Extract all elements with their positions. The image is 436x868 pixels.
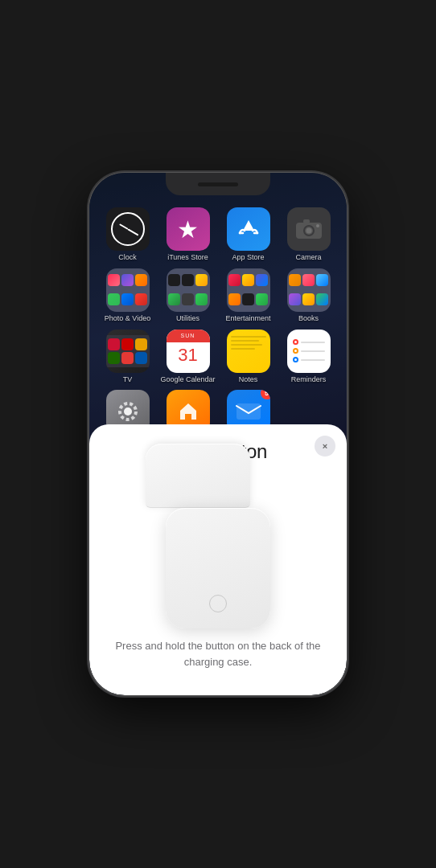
- app-books[interactable]: Books: [280, 268, 337, 323]
- app-entertainment[interactable]: Entertainment: [220, 268, 277, 323]
- app-reminders-label: Reminders: [291, 375, 327, 384]
- modal-card: × Hold Button Press and hold the button …: [89, 424, 347, 695]
- app-grid: Clock ★ iTunes Store: [89, 201, 347, 442]
- app-books-label: Books: [298, 314, 319, 323]
- app-itunes-label: iTunes Store: [167, 253, 208, 262]
- svg-rect-8: [237, 403, 261, 420]
- airpods-case-lid: [146, 444, 250, 508]
- modal-overlay: × Hold Button Press and hold the button …: [89, 424, 347, 695]
- app-camera-label: Camera: [295, 253, 321, 262]
- app-appstore-label: App Store: [232, 253, 264, 262]
- airpods-illustration: [146, 476, 290, 628]
- app-appstore[interactable]: App Store: [220, 207, 277, 262]
- app-photo-video-label: Photo & Video: [105, 314, 150, 323]
- app-tv[interactable]: TV: [99, 330, 156, 384]
- svg-point-5: [316, 224, 319, 227]
- app-gcal-label: Google Calendar: [160, 375, 215, 384]
- app-photo-video[interactable]: Photo & Video: [99, 268, 156, 323]
- app-clock[interactable]: Clock: [99, 207, 156, 262]
- notch: [166, 173, 270, 195]
- app-utilities-label: Utilities: [176, 314, 199, 323]
- modal-close-button[interactable]: ×: [315, 436, 335, 457]
- app-camera[interactable]: Camera: [280, 207, 337, 262]
- svg-point-6: [124, 407, 132, 416]
- app-notes-label: Notes: [239, 375, 258, 384]
- airpods-case-body: [166, 508, 270, 628]
- app-itunes[interactable]: ★ iTunes Store: [159, 207, 216, 262]
- app-reminders[interactable]: Reminders: [280, 330, 337, 384]
- app-entertainment-label: Entertainment: [225, 314, 270, 323]
- airpods-button: [209, 595, 227, 612]
- speaker: [198, 182, 238, 186]
- mail-badge: 5: [261, 390, 270, 399]
- app-clock-label: Clock: [118, 253, 137, 262]
- app-tv-label: TV: [123, 375, 133, 384]
- phone-screen: Clock ★ iTunes Store: [89, 173, 347, 695]
- modal-description: Press and hold the button on the back of…: [109, 638, 327, 669]
- app-utilities[interactable]: Utilities: [159, 268, 216, 323]
- svg-point-3: [306, 228, 311, 234]
- app-gcal[interactable]: SUN 31 Google Calendar: [159, 330, 216, 384]
- app-notes[interactable]: Notes: [220, 330, 277, 384]
- phone-frame: Clock ★ iTunes Store: [89, 173, 347, 695]
- svg-rect-4: [303, 219, 310, 223]
